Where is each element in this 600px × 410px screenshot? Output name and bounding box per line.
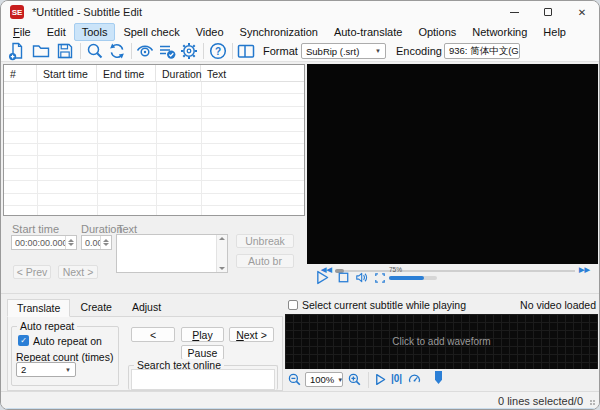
toolbar-separator xyxy=(80,43,81,59)
video-play-button[interactable] xyxy=(314,269,331,286)
save-button[interactable] xyxy=(55,41,75,61)
waveform-zoom-select[interactable]: 100%▼ xyxy=(305,372,343,387)
scroll-down-icon xyxy=(219,267,225,270)
mode-tabs: Translate Create Adjust xyxy=(7,301,283,317)
video-seek-row: ◀◀ ▶▶ xyxy=(307,266,598,276)
column-number[interactable]: # xyxy=(4,65,37,82)
title-bar: SE *Untitled - Subtitle Edit ✕ xyxy=(1,1,599,23)
auto-br-button[interactable]: Auto br xyxy=(236,254,294,268)
prev-line-button[interactable]: < Prev xyxy=(13,265,51,279)
down-arrow-icon xyxy=(103,243,109,246)
up-arrow-icon xyxy=(68,239,74,242)
grid-line xyxy=(37,82,38,215)
auto-repeat-group-label: Auto repeat xyxy=(17,320,77,332)
waveform-area[interactable]: Click to add waveform xyxy=(285,314,598,369)
menu-networking[interactable]: Networking xyxy=(464,23,535,41)
select-current-label: Select current subtitle while playing xyxy=(302,299,466,311)
lines-selected-status: 0 lines selected/0 xyxy=(498,395,583,407)
horizontal-splitter[interactable] xyxy=(1,293,599,294)
waveform-position-marker[interactable] xyxy=(435,371,442,384)
waveform-zoom-in-button[interactable] xyxy=(347,372,363,388)
chevron-down-icon: ▼ xyxy=(372,48,381,54)
seek-forward-icon[interactable]: ▶▶ xyxy=(579,266,590,274)
start-time-stepper[interactable] xyxy=(65,236,76,249)
search-text-input[interactable] xyxy=(131,369,275,390)
search-icon xyxy=(85,41,105,61)
text-scrollbar[interactable] xyxy=(216,235,227,272)
waveform-play-button[interactable] xyxy=(373,372,388,387)
toolbar-separator xyxy=(368,372,369,388)
replace-button[interactable] xyxy=(107,41,127,61)
column-duration[interactable]: Duration xyxy=(156,65,201,82)
spell-check-list-icon xyxy=(157,41,177,61)
volume-icon xyxy=(354,270,370,285)
zoom-in-icon xyxy=(347,372,363,388)
tab-create[interactable]: Create xyxy=(70,298,122,316)
next-button[interactable]: Next > xyxy=(229,327,274,342)
maximize-icon xyxy=(544,8,552,16)
format-select[interactable]: SubRip (.srt)▼ xyxy=(301,43,386,59)
menu-synchronization[interactable]: Synchronization xyxy=(232,23,326,41)
menu-spell-check[interactable]: Spell check xyxy=(115,23,187,41)
auto-repeat-checkbox[interactable]: ✓ xyxy=(18,335,29,346)
zoom-out-icon xyxy=(287,372,303,388)
video-display[interactable] xyxy=(307,64,598,264)
resize-grip-icon[interactable] xyxy=(590,400,596,406)
tab-translate[interactable]: Translate xyxy=(7,299,70,317)
subtitle-text-input[interactable] xyxy=(116,234,228,273)
seek-track[interactable] xyxy=(335,270,575,272)
unbreak-button[interactable]: Unbreak xyxy=(236,234,294,248)
playback-speed-button[interactable] xyxy=(407,372,422,387)
pause-button[interactable]: Pause xyxy=(181,345,224,360)
toolbar-separator xyxy=(131,43,132,59)
grid-line xyxy=(97,82,98,215)
video-stop-button[interactable] xyxy=(337,271,350,284)
tab-adjust[interactable]: Adjust xyxy=(122,298,171,316)
column-start-time[interactable]: Start time xyxy=(37,65,97,82)
volume-slider[interactable] xyxy=(389,276,437,280)
column-end-time[interactable]: End time xyxy=(97,65,156,82)
new-file-button[interactable] xyxy=(7,41,27,61)
menu-help[interactable]: Help xyxy=(535,23,574,41)
volume-fill xyxy=(389,276,424,280)
menu-video[interactable]: Video xyxy=(188,23,232,41)
minimize-icon xyxy=(510,12,519,13)
list-body[interactable] xyxy=(4,82,304,215)
spell-check-button[interactable] xyxy=(157,41,177,61)
encoding-select[interactable]: 936: 简体中文(G...▼ xyxy=(444,43,520,59)
close-button[interactable]: ✕ xyxy=(565,1,599,23)
video-fullscreen-button[interactable] xyxy=(373,271,387,285)
duration-stepper[interactable] xyxy=(100,236,111,249)
menu-auto-translate[interactable]: Auto-translate xyxy=(326,23,410,41)
waveform-zoom-out-button[interactable] xyxy=(287,372,303,388)
open-file-button[interactable] xyxy=(31,41,51,61)
back-button[interactable]: < xyxy=(131,327,175,342)
settings-button[interactable] xyxy=(179,41,199,61)
start-time-input[interactable]: 00:00:00.000 xyxy=(11,235,77,250)
volume-percent: 75% xyxy=(389,266,402,273)
maximize-button[interactable] xyxy=(531,1,565,23)
menu-options[interactable]: Options xyxy=(410,23,464,41)
toolbar: ? Format SubRip (.srt)▼ Encoding 936: 简体… xyxy=(1,41,599,62)
menu-edit[interactable]: Edit xyxy=(39,23,74,41)
video-mute-button[interactable] xyxy=(354,270,370,285)
menu-file[interactable]: File xyxy=(5,23,39,41)
menu-bar: File Edit Tools Spell check Video Synchr… xyxy=(1,23,599,41)
layout-button[interactable] xyxy=(236,41,256,61)
save-icon xyxy=(55,41,75,61)
duration-input[interactable]: 0.000 xyxy=(81,235,112,250)
next-line-button[interactable]: Next > xyxy=(58,265,98,279)
visual-sync-button[interactable] xyxy=(135,41,155,61)
go-to-zero-button[interactable]: |0| xyxy=(391,373,402,384)
minimize-button[interactable] xyxy=(497,1,531,23)
select-current-checkbox[interactable] xyxy=(288,300,298,310)
menu-tools[interactable]: Tools xyxy=(74,23,116,41)
grid-line xyxy=(201,82,202,215)
column-text[interactable]: Text xyxy=(201,65,304,82)
find-button[interactable] xyxy=(85,41,105,61)
repeat-count-select[interactable]: 2▼ xyxy=(16,362,76,377)
play-button[interactable]: Play xyxy=(181,327,224,342)
help-button[interactable]: ? xyxy=(208,41,228,61)
chevron-down-icon: ▼ xyxy=(334,377,343,383)
subtitle-list[interactable]: # Start time End time Duration Text xyxy=(3,64,305,216)
